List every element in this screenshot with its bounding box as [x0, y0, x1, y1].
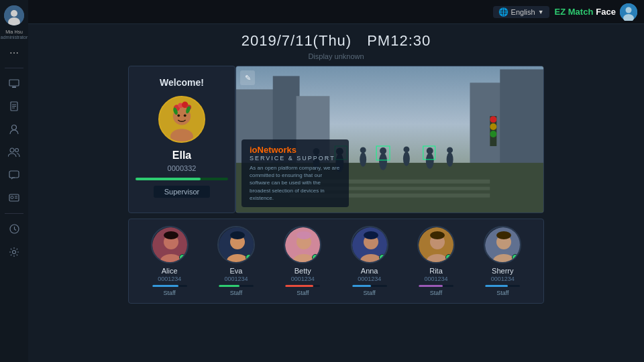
- welcome-avatar: [158, 96, 205, 143]
- welcome-title: Welcome!: [160, 77, 204, 88]
- person-role: Staff: [363, 290, 375, 296]
- clock-icon[interactable]: [5, 220, 23, 239]
- person-progress-fill: [352, 285, 372, 287]
- person-id: 0001234: [224, 276, 248, 282]
- person-progress-fill: [285, 285, 313, 287]
- sidebar-menu-dots[interactable]: ⋯: [9, 48, 19, 58]
- person-role: Staff: [163, 290, 175, 296]
- svg-line-19: [14, 229, 16, 231]
- person-card: Rita 0001234 Staff: [405, 226, 467, 296]
- person-name: Sherry: [492, 267, 513, 275]
- camera-description: As an open platform company, we are comm…: [250, 164, 341, 202]
- person-avatar-wrap: [284, 226, 321, 263]
- person-card: Anna 0001234 Staff: [338, 226, 400, 296]
- person-name: Alice: [162, 267, 178, 275]
- sidebar-avatar: [4, 5, 24, 25]
- welcome-person-name: Ella: [172, 149, 191, 162]
- person-progress-bg: [152, 285, 187, 287]
- main-area: 🌐 English ▼ EZ Match Face 2019/7/11(Thu)…: [28, 0, 644, 362]
- id-card-icon[interactable]: [5, 188, 23, 207]
- person-online-dot: [179, 254, 186, 261]
- globe-icon: 🌐: [498, 7, 508, 17]
- person-id: 0001234: [291, 276, 315, 282]
- person-role: Staff: [297, 290, 309, 296]
- camera-feed: ✎ ioNetworks SERVICE & SUPPORT As an ope…: [235, 66, 544, 213]
- person-card: Betty 0001234 Staff: [272, 226, 334, 296]
- svg-point-11: [15, 148, 19, 152]
- person-progress-fill: [219, 285, 239, 287]
- welcome-progress-bar-bg: [136, 178, 228, 180]
- person-role: Staff: [230, 290, 242, 296]
- person-id: 0001234: [424, 276, 447, 282]
- person-online-dot: [246, 254, 252, 261]
- people-grid: Alice 0001234 Staff Eva 0001234 Staff: [138, 226, 534, 296]
- logo-sub: Face: [596, 7, 616, 17]
- svg-rect-3: [9, 80, 19, 86]
- camera-brand: ioNetworks: [250, 145, 341, 155]
- person-progress-bg: [485, 285, 520, 287]
- person-name: Eva: [230, 267, 243, 275]
- middle-section: Welcome!: [128, 66, 544, 213]
- svg-point-85: [430, 231, 445, 239]
- person-card: Sherry 0001234 Staff: [472, 226, 534, 296]
- content-area: 2019/7/11(Thu) PM12:30 Display unknown W…: [28, 24, 644, 362]
- person-online-dot: [445, 254, 452, 261]
- person-online-dot: [512, 254, 519, 261]
- person-online-dot: [379, 254, 386, 261]
- person-name: Anna: [361, 267, 378, 275]
- settings-icon[interactable]: [5, 243, 23, 261]
- topbar-user-avatar[interactable]: [620, 3, 637, 21]
- sidebar: Mia Hsu administrator ⋯: [0, 0, 28, 362]
- person-avatar-wrap: [151, 226, 189, 263]
- topbar: 🌐 English ▼ EZ Match Face: [28, 0, 644, 24]
- person-id: 0001234: [158, 276, 181, 282]
- document-icon[interactable]: [5, 97, 23, 116]
- svg-point-73: [230, 231, 245, 239]
- svg-point-69: [164, 231, 178, 239]
- sidebar-divider-2: [5, 213, 23, 214]
- person-name: Betty: [294, 267, 311, 275]
- datetime-display: 2019/7/11(Thu) PM12:30: [241, 31, 431, 51]
- svg-point-20: [13, 250, 16, 253]
- svg-point-77: [297, 231, 311, 239]
- person-role: Staff: [430, 290, 442, 296]
- chat-icon[interactable]: [5, 166, 23, 184]
- camera-info-panel: ioNetworks SERVICE & SUPPORT As an open …: [241, 139, 349, 207]
- svg-point-81: [364, 231, 378, 239]
- person-progress-bg: [219, 285, 254, 287]
- person-id: 0001234: [358, 276, 381, 282]
- person-progress-fill: [419, 285, 443, 287]
- person-name: Rita: [429, 267, 443, 275]
- person-progress-fill: [485, 285, 508, 287]
- svg-point-1: [11, 10, 17, 17]
- person-icon[interactable]: [5, 120, 23, 139]
- svg-point-14: [11, 196, 13, 198]
- person-progress-bg: [352, 285, 387, 287]
- welcome-card: Welcome!: [128, 66, 235, 213]
- welcome-progress-bar-fill: [136, 178, 201, 180]
- welcome-person-id: 0000332: [168, 164, 197, 172]
- person-id: 0001234: [491, 276, 515, 282]
- monitor-icon[interactable]: [5, 74, 23, 93]
- language-label: English: [511, 8, 535, 16]
- language-selector[interactable]: 🌐 English ▼: [493, 6, 549, 18]
- svg-rect-12: [9, 171, 19, 178]
- svg-rect-4: [12, 86, 16, 88]
- people-icon[interactable]: [5, 143, 23, 162]
- svg-point-10: [10, 148, 14, 152]
- person-avatar-wrap: [351, 226, 388, 263]
- person-progress-bg: [285, 285, 320, 287]
- people-section: Alice 0001234 Staff Eva 0001234 Staff: [128, 219, 544, 304]
- welcome-person-role: Supervisor: [154, 186, 211, 198]
- svg-point-22: [626, 7, 632, 13]
- camera-service-label: SERVICE & SUPPORT: [250, 155, 341, 162]
- svg-point-89: [496, 231, 511, 239]
- svg-point-9: [12, 125, 17, 129]
- person-role: Staff: [496, 290, 508, 296]
- display-status: Display unknown: [241, 52, 431, 60]
- svg-point-34: [184, 114, 186, 117]
- person-card: Alice 0001234 Staff: [138, 226, 201, 296]
- logo-text: EZ Match: [555, 7, 594, 17]
- person-avatar-wrap: [417, 226, 455, 263]
- person-progress-bg: [419, 285, 453, 287]
